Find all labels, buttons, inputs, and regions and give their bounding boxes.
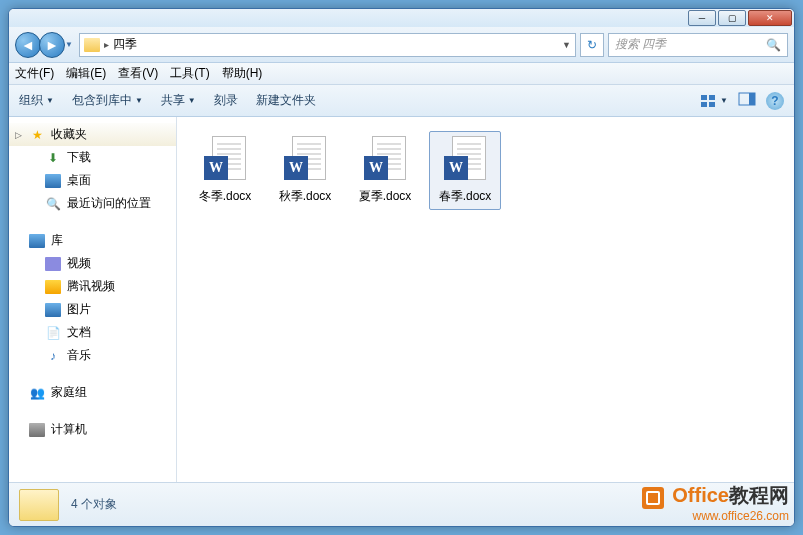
menu-file[interactable]: 文件(F) xyxy=(15,65,54,82)
sidebar-videos[interactable]: 视频 xyxy=(9,252,176,275)
history-dropdown[interactable]: ▼ xyxy=(65,40,75,49)
share-button[interactable]: 共享 ▼ xyxy=(161,92,196,109)
watermark-icon xyxy=(642,487,664,509)
pictures-icon xyxy=(45,303,61,317)
navigation-pane: ▷ ★ 收藏夹 ⬇下载 桌面 🔍最近访问的位置 库 视频 腾讯视频 图片 📄文档… xyxy=(9,117,177,482)
status-count: 4 个对象 xyxy=(71,496,117,513)
navigation-bar: ◄ ► ▼ ▸ 四季 ▼ ↻ 搜索 四季 🔍 xyxy=(9,27,794,63)
nav-arrows: ◄ ► ▼ xyxy=(15,32,75,58)
organize-button[interactable]: 组织 ▼ xyxy=(19,92,54,109)
file-name: 夏季.docx xyxy=(359,188,412,205)
recent-icon: 🔍 xyxy=(45,197,61,211)
word-file-icon: W xyxy=(364,136,406,184)
word-file-icon: W xyxy=(284,136,326,184)
file-name: 秋季.docx xyxy=(279,188,332,205)
computer-icon xyxy=(29,423,45,437)
sidebar-homegroup[interactable]: 👥 家庭组 xyxy=(9,381,176,404)
star-icon: ★ xyxy=(29,128,45,142)
new-folder-button[interactable]: 新建文件夹 xyxy=(256,92,316,109)
chevron-down-icon: ▼ xyxy=(720,96,728,105)
sidebar-pictures[interactable]: 图片 xyxy=(9,298,176,321)
music-icon: ♪ xyxy=(45,349,61,363)
view-icon xyxy=(700,94,718,108)
svg-rect-3 xyxy=(709,102,715,107)
sidebar-tencent[interactable]: 腾讯视频 xyxy=(9,275,176,298)
address-bar[interactable]: ▸ 四季 ▼ xyxy=(79,33,576,57)
window-controls: ─ ▢ ✕ xyxy=(688,10,792,26)
file-item[interactable]: W 夏季.docx xyxy=(349,131,421,210)
chevron-down-icon: ▼ xyxy=(188,96,196,105)
sidebar-music[interactable]: ♪音乐 xyxy=(9,344,176,367)
breadcrumb-folder[interactable]: 四季 xyxy=(113,36,137,53)
body: ▷ ★ 收藏夹 ⬇下载 桌面 🔍最近访问的位置 库 视频 腾讯视频 图片 📄文档… xyxy=(9,117,794,482)
search-box[interactable]: 搜索 四季 🔍 xyxy=(608,33,788,57)
library-icon xyxy=(29,234,45,248)
minimize-button[interactable]: ─ xyxy=(688,10,716,26)
help-button[interactable]: ? xyxy=(766,92,784,110)
burn-button[interactable]: 刻录 xyxy=(214,92,238,109)
breadcrumb-separator-icon: ▸ xyxy=(104,39,109,50)
back-button[interactable]: ◄ xyxy=(15,32,41,58)
maximize-button[interactable]: ▢ xyxy=(718,10,746,26)
command-bar: 组织 ▼ 包含到库中 ▼ 共享 ▼ 刻录 新建文件夹 ▼ ? xyxy=(9,85,794,117)
sidebar-documents[interactable]: 📄文档 xyxy=(9,321,176,344)
folder-icon xyxy=(19,489,59,521)
explorer-window: ─ ▢ ✕ ◄ ► ▼ ▸ 四季 ▼ ↻ 搜索 四季 🔍 文件(F) 编辑(E)… xyxy=(8,8,795,527)
sidebar-recent[interactable]: 🔍最近访问的位置 xyxy=(9,192,176,215)
menu-help[interactable]: 帮助(H) xyxy=(222,65,263,82)
download-icon: ⬇ xyxy=(45,151,61,165)
svg-rect-0 xyxy=(701,95,707,100)
word-file-icon: W xyxy=(444,136,486,184)
document-icon: 📄 xyxy=(45,326,61,340)
sidebar-libraries[interactable]: 库 xyxy=(9,229,176,252)
file-item[interactable]: W 冬季.docx xyxy=(189,131,261,210)
file-list[interactable]: W 冬季.docx W 秋季.docx W 夏季.docx W 春季.docx xyxy=(177,117,794,482)
word-file-icon: W xyxy=(204,136,246,184)
collapse-icon: ▷ xyxy=(15,130,22,140)
file-item[interactable]: W 秋季.docx xyxy=(269,131,341,210)
chevron-down-icon: ▼ xyxy=(46,96,54,105)
svg-rect-1 xyxy=(709,95,715,100)
homegroup-icon: 👥 xyxy=(29,386,45,400)
file-name: 春季.docx xyxy=(439,188,492,205)
folder-icon xyxy=(84,38,100,52)
chevron-down-icon: ▼ xyxy=(135,96,143,105)
address-dropdown-icon[interactable]: ▼ xyxy=(562,40,571,50)
close-button[interactable]: ✕ xyxy=(748,10,792,26)
svg-rect-2 xyxy=(701,102,707,107)
sidebar-desktop[interactable]: 桌面 xyxy=(9,169,176,192)
desktop-icon xyxy=(45,174,61,188)
menu-bar: 文件(F) 编辑(E) 查看(V) 工具(T) 帮助(H) xyxy=(9,63,794,85)
search-placeholder: 搜索 四季 xyxy=(615,36,666,53)
include-library-button[interactable]: 包含到库中 ▼ xyxy=(72,92,143,109)
video-icon xyxy=(45,257,61,271)
preview-icon xyxy=(738,92,756,106)
sidebar-downloads[interactable]: ⬇下载 xyxy=(9,146,176,169)
title-bar: ─ ▢ ✕ xyxy=(9,9,794,27)
menu-edit[interactable]: 编辑(E) xyxy=(66,65,106,82)
search-icon: 🔍 xyxy=(766,38,781,52)
sidebar-computer[interactable]: 计算机 xyxy=(9,418,176,441)
file-name: 冬季.docx xyxy=(199,188,252,205)
svg-rect-5 xyxy=(749,93,755,105)
tencent-icon xyxy=(45,280,61,294)
menu-tools[interactable]: 工具(T) xyxy=(170,65,209,82)
preview-pane-button[interactable] xyxy=(738,92,756,109)
file-item[interactable]: W 春季.docx xyxy=(429,131,501,210)
forward-button[interactable]: ► xyxy=(39,32,65,58)
refresh-button[interactable]: ↻ xyxy=(580,33,604,57)
watermark: Office教程网 www.office26.com xyxy=(642,482,789,523)
menu-view[interactable]: 查看(V) xyxy=(118,65,158,82)
sidebar-favorites[interactable]: ▷ ★ 收藏夹 xyxy=(9,123,176,146)
view-options-button[interactable]: ▼ xyxy=(700,94,728,108)
